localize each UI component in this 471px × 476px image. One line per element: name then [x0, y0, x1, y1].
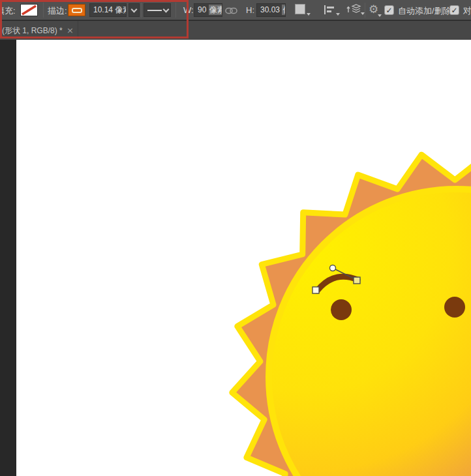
pen-options-button[interactable]: ⚙ — [369, 4, 378, 16]
width-unit-selected: 像素 — [209, 5, 222, 15]
options-toolbar: 填充: 描边: 10.14 像素 W: 90 像素 H: — [0, 0, 471, 20]
separator — [175, 3, 176, 18]
sun-disc — [269, 189, 471, 476]
link-dimensions-button[interactable] — [225, 6, 237, 18]
sun-left-eye — [331, 299, 352, 320]
height-value: 30.03 — [260, 5, 282, 14]
stroke-width-dropdown-button[interactable] — [129, 3, 140, 17]
chevron-down-icon — [131, 7, 138, 13]
fill-swatch-none[interactable] — [20, 4, 38, 16]
align-icon — [324, 5, 335, 14]
no-fill-stripe-icon — [21, 5, 37, 16]
dropdown-arrow-icon — [378, 14, 382, 17]
dropdown-arrow-icon — [307, 13, 311, 16]
document-canvas[interactable] — [16, 40, 471, 476]
separator — [43, 3, 44, 18]
chain-link-icon — [225, 7, 237, 15]
stroke-label: 描边: — [48, 5, 67, 17]
tab-edge — [78, 21, 78, 40]
separator — [365, 3, 365, 18]
document-tab-bar: (形状 1, RGB/8) * × — [0, 21, 471, 40]
document-tab[interactable]: (形状 1, RGB/8) * — [2, 25, 63, 37]
gear-icon: ⚙ — [369, 3, 378, 16]
separator — [141, 3, 142, 18]
stroke-width-input[interactable]: 10.14 像素 — [89, 3, 127, 17]
path-operations-square-icon — [295, 4, 305, 14]
width-label: W: — [183, 5, 194, 15]
shape-width-input[interactable]: 90 像素 — [194, 3, 222, 17]
path-arrangement-button[interactable] — [346, 3, 362, 18]
pen-anchor-right[interactable] — [354, 277, 360, 284]
path-alignment-button[interactable] — [324, 5, 335, 14]
stroke-pill-icon — [72, 8, 82, 13]
pen-direction-handle[interactable] — [330, 265, 336, 271]
stroke-color-swatch[interactable] — [68, 4, 85, 16]
solid-line-icon — [147, 10, 162, 11]
sun-right-eye — [444, 297, 465, 318]
stroke-type-dropdown[interactable] — [144, 3, 171, 17]
sun-artwork — [16, 40, 471, 476]
height-label: H: — [246, 5, 254, 15]
workarea — [0, 40, 471, 476]
pen-anchor-left[interactable] — [312, 287, 319, 293]
arrange-layers-icon — [346, 3, 362, 15]
dropdown-arrow-icon — [336, 13, 340, 16]
auto-add-delete-checkbox[interactable]: ✓ — [384, 5, 394, 15]
align-edges-label: 对 — [463, 5, 471, 17]
path-operations-button[interactable] — [295, 4, 305, 14]
photoshop-window: 填充: 描边: 10.14 像素 W: 90 像素 H: — [0, 0, 471, 476]
height-unit-selected: 像素 — [282, 5, 286, 15]
chevron-down-icon — [163, 7, 170, 13]
fill-label: 填充: — [0, 5, 16, 17]
align-edges-checkbox[interactable]: ✓ — [449, 5, 459, 15]
shape-height-input[interactable]: 30.03 像素 — [256, 3, 286, 17]
auto-add-delete-label: 自动添加/删除 — [398, 5, 451, 17]
width-value: 90 — [198, 5, 209, 14]
tab-close-icon[interactable]: × — [67, 25, 74, 35]
